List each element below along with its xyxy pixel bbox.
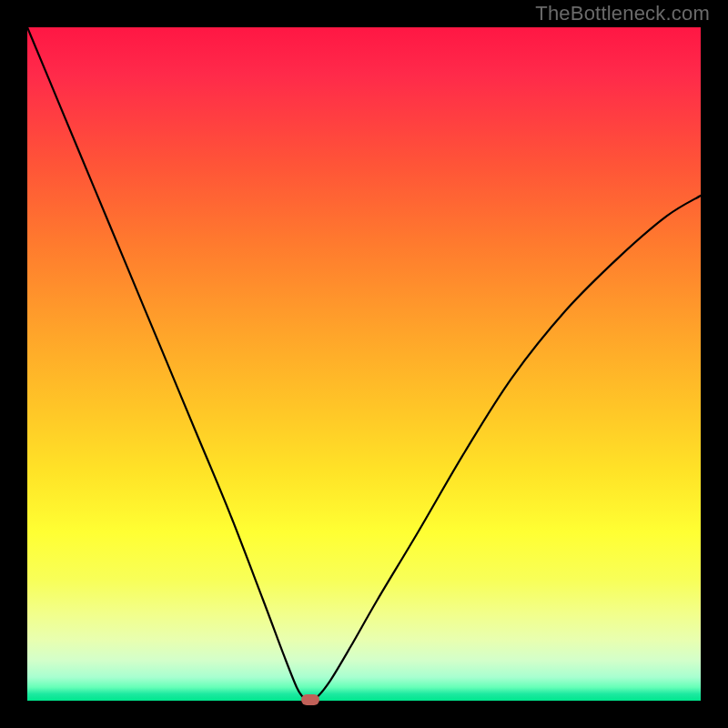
curve-layer: [27, 27, 701, 701]
optimum-marker: [301, 694, 319, 705]
plot-area: [27, 27, 701, 701]
chart-container: TheBottleneck.com: [0, 0, 728, 728]
bottleneck-curve: [27, 27, 701, 700]
attribution-text: TheBottleneck.com: [535, 2, 710, 25]
